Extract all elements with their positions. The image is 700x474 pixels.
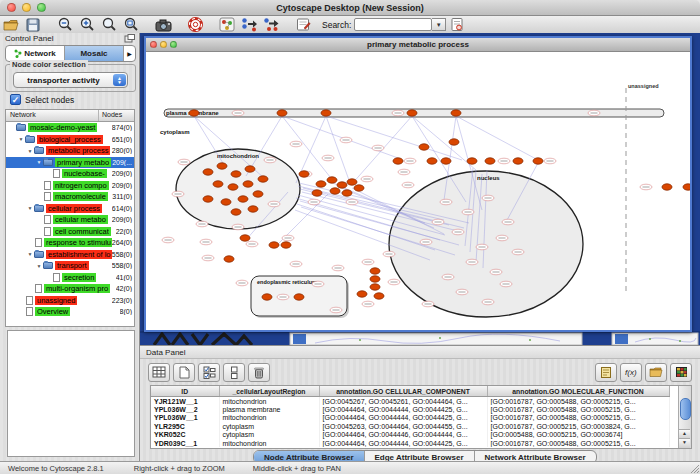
- table-row[interactable]: YPL036W__1mitochondrion[GO:0044464, GO:0…: [151, 414, 669, 422]
- table-cell[interactable]: [GO:0044464, GO:0044444, GO:0044425, G..…: [319, 414, 487, 422]
- network-node[interactable]: [277, 110, 287, 116]
- network-canvas[interactable]: plasma membranecytoplasmnucleusmitochond…: [146, 52, 690, 331]
- tree-collapse-icon[interactable]: ▼: [35, 159, 43, 165]
- tree-collapse-icon[interactable]: ▼: [26, 148, 34, 154]
- unselect-all-attributes-button[interactable]: [223, 363, 245, 382]
- select-all-attributes-button[interactable]: [198, 363, 220, 382]
- network-node[interactable]: [203, 169, 213, 175]
- network-node[interactable]: [427, 158, 437, 164]
- network-node[interactable]: [357, 291, 367, 297]
- tree-column-nodes[interactable]: Nodes: [99, 110, 134, 121]
- network-node[interactable]: [243, 181, 253, 187]
- network-node[interactable]: [221, 199, 231, 205]
- network-node[interactable]: [337, 182, 347, 188]
- table-cell[interactable]: [GO:0016787, GO:0005488, GO:0005215, G..…: [487, 405, 669, 413]
- table-cell[interactable]: cytoplasm: [219, 431, 319, 439]
- table-cell[interactable]: [GO:0045263, GO:0044464, GO:0044455, G..…: [319, 422, 487, 430]
- network-node[interactable]: [253, 191, 263, 197]
- apply-layout-alt-button[interactable]: [262, 17, 280, 32]
- network-node[interactable]: [327, 177, 337, 183]
- network-node[interactable]: [441, 158, 451, 164]
- tree-row[interactable]: Overview8(0): [6, 306, 134, 318]
- table-row[interactable]: YJR121W__1mitochondrion[GO:0045267, GO:0…: [151, 397, 669, 406]
- table-row[interactable]: YDR039C__1mitochondrion[GO:0044464, GO:0…: [151, 439, 669, 447]
- tree-collapse-icon[interactable]: ▼: [26, 251, 34, 257]
- network-node[interactable]: [294, 294, 304, 300]
- tree-row[interactable]: ▼primary metabo209(...: [6, 157, 134, 169]
- network-node[interactable]: [354, 185, 364, 191]
- tree-row[interactable]: ▼biological_process651(0): [6, 134, 134, 146]
- table-scrollbar[interactable]: ▲ ▼: [678, 386, 691, 448]
- tree-row[interactable]: cell communicat22(0): [6, 226, 134, 238]
- table-cell[interactable]: [GO:0044464, GO:0044446, GO:0044444, G..…: [319, 431, 487, 439]
- attribute-column-header[interactable]: annotation.GO MOLECULAR_FUNCTION: [487, 386, 669, 397]
- tree-collapse-icon[interactable]: ▼: [17, 136, 25, 142]
- create-attribute-button[interactable]: [173, 363, 195, 382]
- tree-row[interactable]: nucleobase-209(0): [6, 168, 134, 180]
- network-node[interactable]: [321, 110, 331, 116]
- table-cell[interactable]: YKR052C: [151, 431, 219, 439]
- select-nodes-checkbox[interactable]: ✓: [10, 94, 21, 105]
- attribute-matrix-button[interactable]: [670, 363, 692, 382]
- network-node[interactable]: [269, 242, 279, 248]
- tree-row[interactable]: ▼transport558(0): [6, 260, 134, 272]
- network-view-window[interactable]: primary metabolic process plasma membran…: [144, 36, 692, 332]
- tree-row[interactable]: ▼metabolic process280(0): [6, 145, 134, 157]
- network-node[interactable]: [240, 235, 250, 241]
- table-cell[interactable]: [GO:0016787, GO:0005215, GO:0003824, G..…: [487, 422, 669, 430]
- tree-row[interactable]: cellular metabo209(0): [6, 214, 134, 226]
- table-cell[interactable]: [GO:0044464, GO:0044444, GO:0044425, G..…: [319, 405, 487, 413]
- node-color-combobox[interactable]: transporter activity ▲▼: [13, 72, 128, 88]
- network-node[interactable]: [393, 158, 403, 164]
- table-cell[interactable]: mitochondrion: [219, 397, 319, 406]
- save-session-button[interactable]: [24, 17, 42, 32]
- import-attributes-button[interactable]: [645, 363, 667, 382]
- help-button[interactable]: [186, 17, 204, 32]
- search-input[interactable]: [354, 18, 432, 31]
- snapshot-button[interactable]: [154, 17, 172, 32]
- network-node[interactable]: [451, 110, 461, 116]
- network-node[interactable]: [485, 158, 495, 164]
- tree-row[interactable]: secretion41(0): [6, 272, 134, 284]
- apply-layout-button[interactable]: [240, 17, 258, 32]
- select-attributes-button[interactable]: [148, 363, 170, 382]
- table-cell[interactable]: [GO:0005488, GO:0005215, GO:0003674]: [487, 431, 669, 439]
- network-window-titlebar[interactable]: primary metabolic process: [146, 38, 690, 52]
- network-node[interactable]: [248, 206, 258, 212]
- network-node[interactable]: [258, 176, 268, 182]
- attribute-notes-button[interactable]: [595, 363, 617, 382]
- table-cell[interactable]: mitochondrion: [219, 439, 319, 447]
- network-node[interactable]: [449, 139, 459, 145]
- float-panel-icon[interactable]: [124, 34, 135, 43]
- network-node[interactable]: [231, 209, 241, 215]
- network-node[interactable]: [312, 190, 322, 196]
- tree-row[interactable]: mosaic-demo-yeast874(0): [6, 122, 134, 134]
- table-cell[interactable]: YDR039C__1: [151, 439, 219, 447]
- zoom-in-button[interactable]: [78, 17, 96, 32]
- enhanced-search-button[interactable]: [448, 17, 466, 32]
- tab-network[interactable]: Network: [6, 46, 65, 61]
- table-cell[interactable]: [GO:0044464, GO:0044444, GO:0044425, G..…: [319, 439, 487, 447]
- network-node[interactable]: [299, 171, 309, 177]
- network-node[interactable]: [245, 166, 255, 172]
- network-node[interactable]: [419, 144, 429, 150]
- zoom-fit-button[interactable]: [100, 17, 118, 32]
- attribute-column-header[interactable]: annotation.GO CELLULAR_COMPONENT: [319, 386, 487, 397]
- tree-row[interactable]: nitrogen compo209(0): [6, 180, 134, 192]
- tree-row[interactable]: multi-organism pro42(0): [6, 283, 134, 295]
- tree-row[interactable]: ▼establishment of lo558(0): [6, 249, 134, 261]
- network-node[interactable]: [374, 293, 384, 299]
- tree-collapse-icon[interactable]: ▼: [35, 263, 43, 269]
- birdseye-view-panel[interactable]: [7, 330, 135, 457]
- tree-row[interactable]: unassigned223(0): [6, 295, 134, 307]
- network-node[interactable]: [662, 184, 672, 190]
- table-row[interactable]: YKR052Ccytoplasm[GO:0044464, GO:0044446,…: [151, 431, 669, 439]
- network-node[interactable]: [533, 158, 543, 164]
- network-node[interactable]: [330, 188, 340, 194]
- network-node[interactable]: [238, 196, 248, 202]
- table-cell[interactable]: plasma membrane: [219, 405, 319, 413]
- table-cell[interactable]: YJR121W__1: [151, 397, 219, 406]
- network-node[interactable]: [347, 179, 357, 185]
- resize-grip[interactable]: [689, 463, 699, 473]
- tree-row[interactable]: macromolecule311(0): [6, 191, 134, 203]
